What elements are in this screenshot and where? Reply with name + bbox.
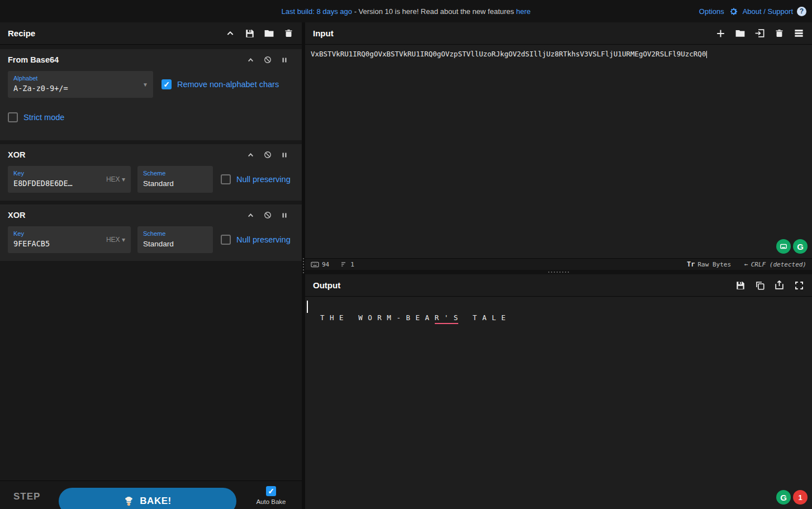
key-label: Key <box>13 170 94 177</box>
input-title: Input <box>313 28 334 38</box>
maximize-output-icon[interactable] <box>794 280 804 291</box>
disable-operation-icon[interactable] <box>263 211 272 220</box>
collapse-operation-icon[interactable] <box>246 151 255 159</box>
checkbox-checked-icon <box>162 79 172 89</box>
key-unit-dropdown[interactable]: HEX ▾ <box>106 236 125 244</box>
grammarly-icon[interactable]: G <box>776 490 791 505</box>
notification-badge[interactable]: 1 <box>793 490 808 505</box>
banner-text: - Version 10 is here! Read about the new… <box>352 7 516 16</box>
recipe-title: Recipe <box>8 28 35 38</box>
checkbox-label: Null preserving <box>236 235 291 244</box>
null-preserving-checkbox[interactable]: Null preserving <box>221 174 291 184</box>
load-recipe-folder-icon[interactable] <box>264 28 274 39</box>
encoding-label: Raw Bytes <box>697 261 731 268</box>
gear-icon[interactable] <box>728 6 739 17</box>
checkbox-unchecked-icon <box>8 112 18 122</box>
last-build-link[interactable]: Last build: 8 days ago <box>282 7 352 16</box>
top-banner: Last build: 8 days ago - Version 10 is h… <box>0 0 812 22</box>
operation-xor-2[interactable]: XOR Key 9FEFACB5 HEX ▾ Scheme <box>0 204 302 261</box>
input-text: VxBSTVkRU1IRQ0gOVxBSTVkRU1IRQ0gOVzpSTVll… <box>311 50 706 58</box>
operation-xor-1[interactable]: XOR Key E8DFDED8E6DE… HEX ▾ Scheme <box>0 144 302 201</box>
replace-input-with-output-icon[interactable] <box>774 280 785 291</box>
output-text: T H E W O R M - B E A R ' S T A L E <box>305 297 812 322</box>
here-link[interactable]: here <box>516 7 530 16</box>
help-icon[interactable]: ? <box>797 7 806 16</box>
eol-label: CRLF (detected) <box>751 261 806 268</box>
save-recipe-icon[interactable] <box>244 28 255 39</box>
input-tools-badge[interactable] <box>776 239 791 254</box>
operation-from-base64[interactable]: From Base64 Alphabet A-Za-z0-9+/= ▼ <box>0 49 302 140</box>
checkbox-unchecked-icon <box>221 235 231 245</box>
text-cursor <box>307 301 308 313</box>
horizontal-splitter[interactable] <box>305 270 812 274</box>
xor-scheme-dropdown[interactable]: Scheme Standard <box>137 226 213 253</box>
collapse-operation-icon[interactable] <box>246 56 255 64</box>
char-count: 94 <box>311 261 329 268</box>
tab-list-icon[interactable] <box>794 28 804 39</box>
open-file-as-input-icon[interactable] <box>754 28 765 39</box>
checkbox-label: Strict mode <box>23 113 64 122</box>
step-button[interactable]: STEP <box>13 491 40 502</box>
input-encoding-selector[interactable]: Tr Raw Bytes <box>687 260 731 268</box>
checkbox-label: Null preserving <box>236 175 291 184</box>
xor-key-field[interactable]: Key 9FEFACB5 HEX ▾ <box>8 226 131 253</box>
auto-bake-label: Auto Bake <box>256 498 286 505</box>
add-input-tab-icon[interactable] <box>715 28 726 39</box>
eol-arrow-icon: ← <box>744 261 748 268</box>
io-pane: Input VxBSTVkRU1IRQ0gOVx <box>305 22 812 509</box>
output-textarea[interactable]: T H E W O R M - B E A R ' S T A L E G 1 <box>305 297 812 509</box>
banner-message: Last build: 8 days ago - Version 10 is h… <box>0 0 812 22</box>
key-unit-dropdown[interactable]: HEX ▾ <box>106 175 125 183</box>
breakpoint-pause-icon[interactable] <box>280 211 288 220</box>
operation-title: XOR <box>8 211 25 220</box>
drag-handle-icon <box>548 272 569 273</box>
bake-button[interactable]: BAKE! <box>59 488 236 509</box>
recipe-pane: Recipe From Base64 <box>0 22 302 509</box>
recipe-list: From Base64 Alphabet A-Za-z0-9+/= ▼ <box>0 45 302 481</box>
char-count-icon <box>311 261 319 268</box>
scheme-value: Standard <box>143 179 174 188</box>
recipe-controls: STEP BAKE! Auto Bake <box>0 481 302 509</box>
strict-mode-checkbox[interactable]: Strict mode <box>8 112 64 122</box>
grammarly-icon[interactable]: G <box>793 239 808 254</box>
about-support-link[interactable]: About / Support <box>743 7 793 16</box>
key-label: Key <box>13 230 94 237</box>
xor-scheme-dropdown[interactable]: Scheme Standard <box>137 166 213 193</box>
collapse-recipe-icon[interactable] <box>225 28 235 39</box>
key-value: 9FEFACB5 <box>13 239 50 248</box>
eol-selector[interactable]: ← CRLF (detected) <box>744 261 806 268</box>
input-textarea[interactable]: VxBSTVkRU1IRQ0gOVxBSTVkRU1IRQ0gOVzpSTVll… <box>305 45 812 258</box>
operation-title: XOR <box>8 150 25 159</box>
key-value: E8DFDED8E6DE… <box>13 179 73 188</box>
remove-non-alphabet-checkbox[interactable]: Remove non-alphabet chars <box>162 79 279 89</box>
collapse-operation-icon[interactable] <box>246 211 255 220</box>
checkbox-label: Remove non-alphabet chars <box>177 80 279 89</box>
scheme-value: Standard <box>143 240 174 248</box>
input-status-bar: 94 1 Tr Raw Bytes ← CRLF (detected) <box>305 258 812 270</box>
alphabet-value: A-Za-z0-9+/= <box>13 84 68 93</box>
clear-input-trash-icon[interactable] <box>774 28 785 39</box>
xor-key-field[interactable]: Key E8DFDED8E6DE… HEX ▾ <box>8 166 131 193</box>
options-link[interactable]: Options <box>699 7 724 16</box>
text-cursor <box>706 51 707 58</box>
disable-operation-icon[interactable] <box>263 56 272 64</box>
scheme-label: Scheme <box>143 170 207 177</box>
alphabet-label: Alphabet <box>13 75 148 82</box>
chevron-down-icon: ▼ <box>143 82 148 88</box>
line-count-icon <box>340 261 348 268</box>
breakpoint-pause-icon[interactable] <box>280 56 288 64</box>
auto-bake-toggle[interactable]: Auto Bake <box>253 486 289 505</box>
chef-hat-icon <box>124 496 134 507</box>
breakpoint-pause-icon[interactable] <box>280 151 288 159</box>
open-folder-icon[interactable] <box>735 28 745 39</box>
null-preserving-checkbox[interactable]: Null preserving <box>221 235 291 245</box>
clear-recipe-trash-icon[interactable] <box>283 28 294 39</box>
save-output-icon[interactable] <box>735 280 745 291</box>
disable-operation-icon[interactable] <box>263 151 272 159</box>
scheme-label: Scheme <box>143 230 207 237</box>
operation-title: From Base64 <box>8 55 59 64</box>
bake-label: BAKE! <box>140 496 171 507</box>
text-encoding-icon: Tr <box>687 260 695 268</box>
copy-output-icon[interactable] <box>754 280 765 291</box>
alphabet-dropdown[interactable]: Alphabet A-Za-z0-9+/= ▼ <box>8 71 153 98</box>
